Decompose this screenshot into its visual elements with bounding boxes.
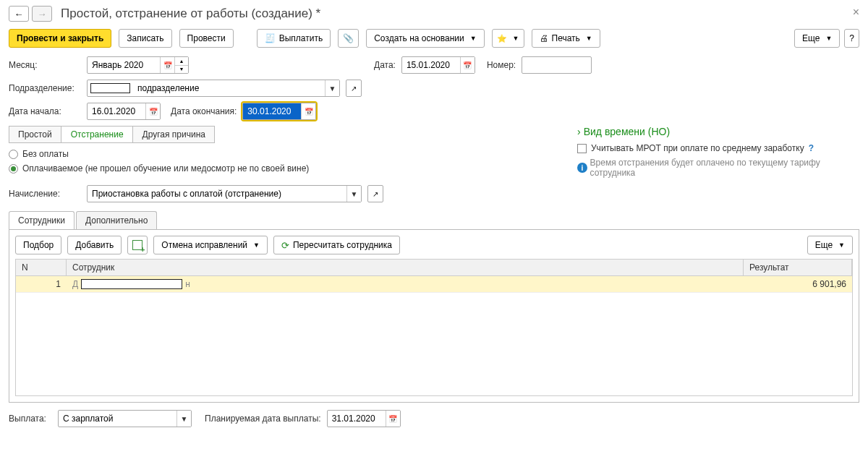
payout-input[interactable]: ▼ (58, 410, 192, 427)
table-add-icon-button[interactable] (127, 236, 148, 254)
nav-back-button[interactable]: ← (9, 6, 29, 22)
number-label: Номер: (487, 60, 516, 70)
tab-other[interactable]: Другая причина (133, 127, 215, 142)
cell-result: 6 901,96 (744, 276, 852, 292)
number-input[interactable] (522, 56, 592, 74)
favorite-button[interactable]: ▼ (492, 29, 524, 48)
info-text: Время отстранения будет оплачено по теку… (590, 158, 859, 178)
date-label: Дата: (374, 60, 396, 70)
date-input[interactable]: 📅 (401, 56, 475, 74)
end-date-input[interactable]: 📅 (242, 103, 316, 120)
tab-simple[interactable]: Простой (9, 127, 61, 142)
chevron-down-icon: ▼ (253, 241, 260, 249)
tab-employees[interactable]: Сотрудники (9, 211, 75, 229)
start-date-input[interactable]: 📅 (87, 103, 161, 120)
star-icon (497, 33, 507, 43)
division-input[interactable]: ▼ (87, 80, 340, 97)
open-accrual-button[interactable]: ↗ (367, 185, 383, 202)
add-button[interactable]: Добавить (67, 236, 122, 254)
attach-button[interactable] (338, 29, 359, 48)
chevron-down-icon: ▼ (470, 35, 477, 42)
employee-tabs: Сотрудники Дополнительно (9, 211, 859, 230)
col-employee[interactable]: Сотрудник (67, 260, 744, 275)
info-icon: i (577, 163, 587, 173)
reason-tabs: Простой Отстранение Другая причина (9, 126, 215, 143)
accrual-input[interactable]: ▼ (87, 185, 362, 202)
redacted-box (90, 83, 130, 93)
cell-employee: Д н (67, 276, 744, 292)
submit-close-button[interactable]: Провести и закрыть (9, 29, 111, 48)
radio-no-pay-label: Без оплаты (22, 149, 69, 159)
pay-button[interactable]: Выплатить (257, 29, 331, 48)
radio-no-pay[interactable] (9, 150, 18, 159)
calendar-icon[interactable]: 📅 (460, 57, 475, 73)
start-date-label: Дата начала: (9, 106, 81, 116)
panel-more-button[interactable]: Еще▼ (807, 236, 853, 254)
cancel-fix-button[interactable]: Отмена исправлений▼ (153, 236, 268, 254)
table-row[interactable]: 1 Д н 6 901,96 (16, 276, 852, 293)
calendar-icon[interactable]: 📅 (386, 411, 400, 427)
chevron-right-icon: › (577, 126, 581, 137)
spin-down[interactable]: ▼ (175, 65, 188, 73)
chevron-down-icon: ▼ (513, 35, 519, 42)
cell-n: 1 (16, 276, 67, 292)
nav-forward-button: → (32, 6, 52, 22)
recalc-button[interactable]: ⟳Пересчитать сотрудника (273, 236, 400, 254)
calendar-icon[interactable]: 📅 (160, 57, 174, 73)
pay-icon (265, 33, 276, 43)
calendar-icon[interactable]: 📅 (301, 103, 315, 119)
refresh-icon: ⟳ (281, 240, 289, 251)
print-icon (540, 33, 548, 43)
end-date-label: Дата окончания: (171, 106, 237, 116)
month-input[interactable]: 📅 ▲▼ (87, 56, 189, 74)
chevron-down-icon: ▼ (825, 35, 832, 42)
radio-paid[interactable] (9, 164, 18, 174)
more-button[interactable]: Еще▼ (794, 29, 840, 48)
accrual-label: Начисление: (9, 189, 81, 199)
employees-table: N Сотрудник Результат 1 Д н 6 901,96 (15, 259, 853, 396)
calendar-icon[interactable]: 📅 (145, 103, 160, 119)
planned-date-label: Планируемая дата выплаты: (205, 414, 321, 424)
tab-additional[interactable]: Дополнительно (76, 211, 157, 229)
print-button[interactable]: Печать▼ (532, 29, 600, 48)
chevron-down-icon: ▼ (586, 35, 592, 42)
radio-paid-label: Оплачиваемое (не прошел обучение или мед… (22, 163, 309, 174)
dropdown-icon[interactable]: ▼ (325, 80, 339, 96)
clip-icon (343, 33, 354, 43)
chevron-down-icon: ▼ (838, 241, 845, 249)
mrot-label: Учитывать МРОТ при оплате по среднему за… (591, 143, 804, 153)
close-icon[interactable]: × (853, 6, 859, 19)
dropdown-icon[interactable]: ▼ (176, 411, 191, 427)
month-label: Месяц: (9, 60, 81, 70)
open-division-button[interactable]: ↗ (346, 80, 362, 97)
help-button[interactable]: ? (844, 29, 859, 48)
dropdown-icon[interactable]: ▼ (346, 186, 361, 202)
submit-button[interactable]: Провести (179, 29, 234, 48)
save-button[interactable]: Записать (119, 29, 171, 48)
page-title: Простой, отстранение от работы (создание… (61, 7, 320, 21)
col-n[interactable]: N (16, 260, 67, 275)
time-type-expand[interactable]: › Вид времени (НО) (577, 126, 859, 137)
redacted-box (81, 279, 182, 289)
grid-plus-icon (132, 240, 142, 250)
col-result[interactable]: Результат (744, 260, 852, 275)
create-based-button[interactable]: Создать на основании▼ (366, 29, 484, 48)
planned-date-input[interactable]: 📅 (327, 410, 401, 427)
tab-suspension[interactable]: Отстранение (61, 127, 133, 142)
division-label: Подразделение: (9, 83, 81, 93)
mrot-help-icon[interactable]: ? (809, 143, 814, 153)
mrot-checkbox[interactable] (577, 144, 587, 153)
pick-button[interactable]: Подбор (15, 236, 61, 254)
spin-up[interactable]: ▲ (175, 57, 188, 65)
payout-label: Выплата: (9, 414, 52, 424)
